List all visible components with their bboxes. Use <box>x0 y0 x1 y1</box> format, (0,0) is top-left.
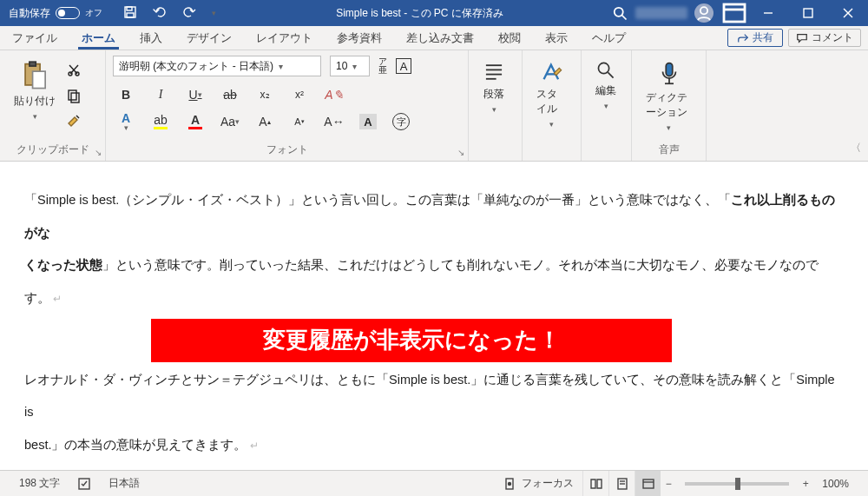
search-icon[interactable] <box>611 4 628 22</box>
save-icon[interactable] <box>123 5 137 22</box>
highlight-button[interactable]: ab <box>151 114 170 129</box>
styles-button[interactable]: スタイル▾ <box>529 56 574 134</box>
dictation-button[interactable]: ディクテーション▾ <box>639 56 699 137</box>
text-run-bold: くなった状態 <box>24 258 102 272</box>
font-name-value: 游明朝 (本文のフォント - 日本語) <box>119 59 273 74</box>
share-button[interactable]: 共有 <box>727 29 783 47</box>
text-run: best.」の本当の意味が見えてきます。 <box>24 438 247 452</box>
zoom-out-button[interactable]: − <box>661 478 676 490</box>
strikethrough-button[interactable]: ab <box>220 87 240 103</box>
redo-icon[interactable] <box>182 5 196 22</box>
paste-button[interactable]: 貼り付け ▾ <box>7 56 62 126</box>
svg-point-34 <box>509 482 511 485</box>
character-shading-icon[interactable]: A <box>359 114 377 129</box>
comment-button[interactable]: コメント <box>788 29 861 47</box>
close-button[interactable] <box>828 0 868 26</box>
grow-font-icon[interactable]: A▴ <box>255 114 274 129</box>
zoom-in-button[interactable]: + <box>798 478 813 490</box>
annotation-banner: 変更履歴が非表示になった！ <box>151 319 672 362</box>
chevron-down-icon: ▾ <box>352 62 357 71</box>
paragraph-button[interactable]: 段落▾ <box>476 56 512 119</box>
clear-formatting-icon[interactable]: A✎ <box>325 87 344 103</box>
editing-label: 編集 <box>595 83 616 98</box>
svg-rect-29 <box>666 63 673 76</box>
text-run: 「Simple is best.（シンプル・イズ・ベスト）」という言い回し。この… <box>24 193 731 207</box>
slider-thumb[interactable] <box>735 478 740 490</box>
bold-button[interactable]: B <box>116 87 135 103</box>
ribbon: 貼り付け ▾ クリップボード ↘ 游明朝 (本文のフォント - 日本語)▾ 10… <box>0 50 868 162</box>
phonetic-guide-icon[interactable]: ア亜 <box>378 57 387 75</box>
tab-file[interactable]: ファイル <box>0 26 69 50</box>
paragraph-3: レオナルド・ダ・ヴィンチとサン＝テグジュペリは、ともに「Simple is be… <box>24 364 844 429</box>
minimize-button[interactable] <box>748 0 788 26</box>
qat-dropdown-icon[interactable]: ▾ <box>212 9 216 17</box>
undo-icon[interactable] <box>153 5 167 22</box>
tab-design[interactable]: デザイン <box>174 26 244 50</box>
italic-button[interactable]: I <box>151 87 170 103</box>
zoom-level[interactable]: 100% <box>813 478 858 490</box>
svg-rect-38 <box>643 479 654 488</box>
enclose-characters-icon[interactable]: 字 <box>392 113 410 130</box>
tab-mailings[interactable]: 差し込み文書 <box>394 26 486 50</box>
svg-rect-2 <box>127 13 134 17</box>
group-styles: スタイル▾ <box>523 50 582 161</box>
underline-button[interactable]: U ▾ <box>186 87 205 103</box>
chevron-down-icon: ▾ <box>235 117 240 126</box>
paragraph-label: 段落 <box>483 87 504 102</box>
group-clipboard-label: クリップボード <box>7 140 98 161</box>
svg-rect-13 <box>30 62 36 66</box>
copy-icon[interactable] <box>66 88 82 106</box>
group-voice-label: 音声 <box>639 140 699 161</box>
dialog-launcher-icon[interactable]: ↘ <box>95 148 102 157</box>
focus-mode[interactable]: フォーカス <box>494 476 582 491</box>
autosave-label: 自動保存 <box>9 6 50 21</box>
maximize-button[interactable] <box>788 0 828 26</box>
ribbon-mode-icon[interactable] <box>720 0 748 27</box>
share-label: 共有 <box>753 30 773 45</box>
document-title: Simple is best - この PC に保存済み <box>228 6 611 21</box>
tab-help[interactable]: ヘルプ <box>580 26 638 50</box>
window-controls <box>748 0 868 26</box>
svg-rect-6 <box>724 4 745 22</box>
font-size-combo[interactable]: 10▾ <box>330 56 370 76</box>
character-border-icon[interactable]: A <box>396 58 411 74</box>
toggle-off-icon <box>56 7 80 19</box>
tab-home[interactable]: ホーム <box>69 26 128 50</box>
svg-line-21 <box>76 116 79 118</box>
tab-view[interactable]: 表示 <box>533 26 580 50</box>
format-painter-icon[interactable] <box>66 113 82 131</box>
font-color-button[interactable]: A <box>186 114 205 129</box>
chevron-down-icon: ▾ <box>124 124 128 132</box>
proofing-icon[interactable] <box>69 477 100 491</box>
tab-review[interactable]: 校閲 <box>486 26 533 50</box>
superscript-button[interactable]: x² <box>290 87 309 103</box>
svg-rect-19 <box>69 90 76 100</box>
tab-layout[interactable]: レイアウト <box>244 26 325 50</box>
print-layout-icon[interactable] <box>608 471 635 497</box>
dialog-launcher-icon[interactable]: ↘ <box>457 148 464 157</box>
document-body[interactable]: 「Simple is best.（シンプル・イズ・ベスト）」という言い回し。この… <box>0 162 868 470</box>
editing-button[interactable]: 編集▾ <box>589 56 623 116</box>
read-mode-icon[interactable] <box>582 471 608 497</box>
group-voice: ディクテーション▾ 音声 <box>632 50 707 161</box>
language[interactable]: 日本語 <box>100 476 148 491</box>
tab-insert[interactable]: 挿入 <box>128 26 174 50</box>
chevron-down-icon: ▾ <box>492 105 496 114</box>
change-case-button[interactable]: Aa▾ <box>220 114 240 129</box>
paragraph-mark-icon: ↵ <box>50 293 62 305</box>
word-count[interactable]: 198 文字 <box>10 476 69 491</box>
shrink-font-icon[interactable]: A▾ <box>290 114 309 129</box>
autosave-toggle[interactable]: 自動保存 オフ <box>0 6 111 21</box>
cut-icon[interactable] <box>66 63 82 81</box>
zoom-slider[interactable] <box>685 482 789 486</box>
account-area[interactable] <box>628 3 720 23</box>
text-effects-button[interactable]: A▾ <box>116 114 135 129</box>
web-layout-icon[interactable] <box>635 471 661 497</box>
title-bar: 自動保存 オフ ▾ Simple is best - この PC に保存済み <box>0 0 868 26</box>
tab-references[interactable]: 参考資料 <box>325 26 394 50</box>
font-name-combo[interactable]: 游明朝 (本文のフォント - 日本語)▾ <box>113 56 321 76</box>
char-spacing-icon[interactable]: A↔ <box>325 114 344 129</box>
collapse-ribbon-icon[interactable]: 〈 <box>851 141 861 155</box>
paragraph-mark-icon: ↵ <box>247 440 258 452</box>
subscript-button[interactable]: x₂ <box>255 87 274 103</box>
